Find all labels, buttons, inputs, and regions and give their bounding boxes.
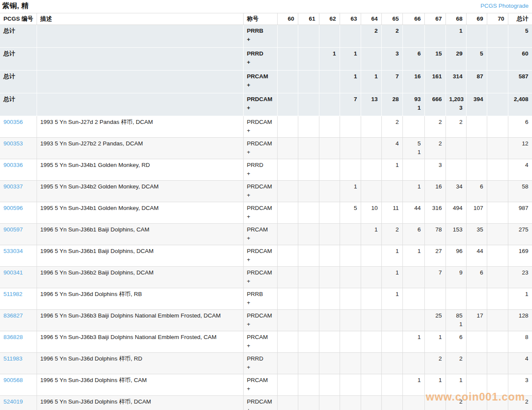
grade-66-cell: 1 [402, 374, 424, 396]
pcgs-number-link[interactable]: 511982 [3, 291, 22, 297]
designation-cell: PRCAM + [243, 331, 277, 353]
column-header-0: PCGS 编号 [0, 13, 37, 25]
table-row: 5330341996 5 Yn Sun-J36b1 Baiji Dolphins… [0, 245, 532, 267]
grade-61-cell [298, 288, 319, 310]
pcgs-number-link[interactable]: 511983 [3, 355, 22, 362]
grade-68-cell [445, 159, 466, 181]
grade-60-cell [277, 48, 298, 71]
grade-67-cell: 1 [424, 374, 445, 396]
total-cell: 12 [508, 138, 532, 159]
total-cell: 6 [508, 116, 532, 138]
table-row: 9005961995 5 Yn Sun-J34b1 Golden Monkey,… [0, 202, 532, 224]
pcgs-number-link[interactable]: 900353 [3, 140, 23, 147]
column-header-11: 68 [445, 13, 466, 25]
grade-60-cell [277, 93, 298, 116]
grade-67-cell: 316 [424, 202, 445, 224]
grade-65-cell: 11 [381, 202, 402, 224]
pcgs-number-link[interactable]: 900597 [3, 226, 23, 233]
pcgs-number-link[interactable]: 900336 [3, 162, 23, 168]
grade-60-cell [277, 267, 298, 288]
grade-68-cell: 6 [445, 331, 466, 353]
column-header-3: 60 [277, 13, 298, 25]
grade-64-cell [361, 353, 381, 374]
grade-61-cell [298, 138, 319, 159]
pcgs-number-cell: 511982 [0, 288, 37, 310]
totals-row: 总计PRRB +2215 [0, 25, 532, 48]
grade-66-cell [402, 25, 424, 48]
totals-row: 总计PRCAM +1171616131487587 [0, 71, 532, 93]
grade-68-cell: 2 [445, 353, 466, 374]
pcgs-number-link[interactable]: 900337 [3, 183, 23, 190]
pcgs-number-cell: 900597 [0, 224, 37, 245]
grade-64-cell [361, 245, 381, 267]
grade-62-cell [319, 71, 340, 93]
grade-63-cell [340, 396, 361, 410]
grade-60-cell [277, 288, 298, 310]
pcgs-number-cell: 总计 [0, 48, 37, 71]
grade-68-cell: 314 [445, 71, 466, 93]
grade-69-cell [466, 288, 487, 310]
grade-62-cell [319, 25, 340, 48]
description-cell: 1996 5 Yn Sun-J36b1 Baiji Dolphins, CAM [37, 224, 243, 245]
description-cell [37, 48, 243, 71]
grade-61-cell [298, 93, 319, 116]
population-table: PCGS 编号描述称号6061626364656667686970总计 总计PR… [0, 13, 532, 410]
pcgs-number-cell: 533034 [0, 245, 37, 267]
description-cell: 1996 5 Yn Sun-J36d Dolphins 样币, RB [37, 288, 243, 310]
table-row: 8368271996 5 Yn Sun-J36b3 Baiji Dolphins… [0, 310, 532, 331]
grade-62-cell: 1 [319, 48, 340, 71]
grade-69-cell [466, 138, 487, 159]
designation-cell: PRRB + [243, 25, 277, 48]
grade-69-cell [466, 331, 487, 353]
grade-70-cell [487, 138, 508, 159]
pcgs-number-link[interactable]: 836827 [3, 312, 23, 319]
grade-64-cell: 2 [361, 25, 381, 48]
designation-cell: PRDCAM + [243, 202, 277, 224]
table-row: 9005971996 5 Yn Sun-J36b1 Baiji Dolphins… [0, 224, 532, 245]
grade-70-cell [487, 396, 508, 410]
grade-60-cell [277, 331, 298, 353]
pcgs-number-cell: 900337 [0, 181, 37, 202]
designation-cell: PRDCAM + [243, 181, 277, 202]
grade-68-cell: 2 [445, 396, 466, 410]
grade-63-cell [340, 267, 361, 288]
grade-64-cell [361, 331, 381, 353]
grade-60-cell [277, 159, 298, 181]
grade-60-cell [277, 245, 298, 267]
grade-60-cell [277, 181, 298, 202]
column-header-6: 63 [340, 13, 361, 25]
grade-70-cell [487, 288, 508, 310]
description-cell: 1996 5 Yn Sun-J36d Dolphins 样币, DCAM [37, 396, 243, 410]
total-cell: 4 [508, 159, 532, 181]
grade-62-cell [319, 331, 340, 353]
grade-63-cell [340, 288, 361, 310]
grade-60-cell [277, 202, 298, 224]
grade-64-cell: 13 [361, 93, 381, 116]
grade-66-cell [402, 310, 424, 331]
pcgs-number-link[interactable]: 900341 [3, 269, 23, 276]
grade-63-cell: 1 [340, 71, 361, 93]
grade-65-cell: 3 [381, 48, 402, 71]
designation-cell: PRDCAM + [243, 396, 277, 410]
pcgs-number-link[interactable]: 836828 [3, 334, 23, 340]
grade-64-cell [361, 310, 381, 331]
grade-63-cell [340, 245, 361, 267]
pcgs-number-link[interactable]: 533034 [3, 248, 23, 254]
pcgs-number-link[interactable]: 524019 [3, 398, 23, 405]
grade-63-cell [340, 116, 361, 138]
grade-61-cell [298, 331, 319, 353]
grade-60-cell [277, 116, 298, 138]
grade-68-cell: 1 [445, 374, 466, 396]
grade-67-cell [424, 25, 445, 48]
pcgs-number-link[interactable]: 900356 [3, 119, 23, 125]
photograde-link[interactable]: PCGS Photograde [480, 3, 529, 9]
page-title: 紫铜, 精 [2, 1, 28, 11]
column-header-8: 65 [381, 13, 402, 25]
column-header-total: 总计 [508, 13, 532, 25]
total-cell: 60 [508, 48, 532, 71]
grade-66-cell: 5 1 [402, 138, 424, 159]
grade-67-cell: 2 [424, 353, 445, 374]
total-cell: 275 [508, 224, 532, 245]
pcgs-number-link[interactable]: 900596 [3, 205, 23, 211]
pcgs-number-link[interactable]: 900568 [3, 377, 23, 383]
